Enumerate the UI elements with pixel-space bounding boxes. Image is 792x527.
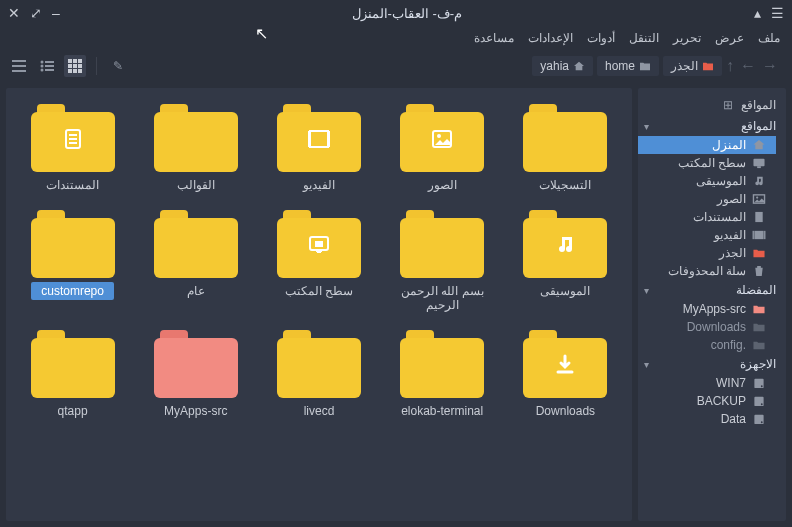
sidebar-item[interactable]: MyApps-src [638, 300, 776, 318]
svg-rect-10 [73, 59, 77, 63]
sidebar-item[interactable]: config. [638, 336, 776, 354]
titlebar: ✕ ⤢ – م-ف- العقاب-المنزل ▴ ☰ [0, 0, 792, 26]
folder-icon [400, 330, 484, 398]
menu-view[interactable]: عرض [715, 31, 744, 45]
sidebar-item-label: سطح المكتب [642, 156, 746, 170]
folder-label: التسجيلات [529, 176, 601, 194]
menu-tools[interactable]: أدوات [587, 31, 615, 45]
breadcrumb-root[interactable]: الجذر [663, 56, 722, 76]
folder-item[interactable]: الموسيقى [507, 206, 624, 318]
sidebar-item[interactable]: الصور [638, 190, 776, 208]
folder-icon [277, 104, 361, 172]
view-grid-icon[interactable] [64, 55, 86, 77]
svg-point-29 [761, 403, 763, 405]
folder-item[interactable]: Downloads [507, 326, 624, 424]
folder-overlay-icon [60, 126, 86, 159]
folder-item[interactable]: سطح المكتب [260, 206, 377, 318]
menu-settings[interactable]: الإعدادات [528, 31, 573, 45]
folder-icon [523, 330, 607, 398]
menu-go[interactable]: التنقل [629, 31, 659, 45]
sidebar: المواقع ⊞ المواقع▾المنزلسطح المكتبالموسي… [638, 88, 786, 521]
sidebar-item[interactable]: الجذر [638, 244, 776, 262]
menu-file[interactable]: ملف [758, 31, 780, 45]
sidebar-item-label: سلة المحذوفات [642, 264, 746, 278]
folder-icon [400, 210, 484, 278]
sidebar-item[interactable]: BACKUP [638, 392, 776, 410]
sidebar-item[interactable]: Downloads [638, 318, 776, 336]
folder-item[interactable]: التسجيلات [507, 100, 624, 198]
folder-overlay-icon [552, 232, 578, 265]
sidebar-grid-icon[interactable]: ⊞ [723, 98, 733, 112]
folder-label: المستندات [36, 176, 109, 194]
sidebar-item-label: config. [642, 338, 746, 352]
svg-rect-6 [45, 65, 54, 67]
svg-rect-0 [12, 60, 26, 62]
view-details-icon[interactable] [8, 55, 30, 77]
folder-label: qtapp [43, 402, 103, 420]
folder-item[interactable]: customrepo [14, 206, 131, 318]
folder-label: الفيديو [289, 176, 349, 194]
folder-icon [154, 210, 238, 278]
nav-up-icon[interactable]: ↑ [726, 57, 734, 75]
folder-item[interactable]: المستندات [14, 100, 131, 198]
svg-rect-24 [753, 231, 754, 239]
sidebar-item[interactable]: سطح المكتب [638, 154, 776, 172]
folder-label: بسم الله الرحمن الرحيم [384, 282, 501, 314]
toolbar: ✎ الجذر home yahia ↑ ← → [0, 50, 792, 82]
menu-edit[interactable]: تحرير [673, 31, 701, 45]
sidebar-item-label: الصور [642, 192, 746, 206]
folder-icon [277, 210, 361, 278]
folder-label: customrepo [31, 282, 114, 300]
sidebar-group-title[interactable]: المفضلة▾ [638, 280, 786, 300]
folder-overlay-icon [552, 352, 578, 385]
maximize-icon[interactable]: ⤢ [30, 6, 42, 20]
menu-help[interactable]: مساعدة [474, 31, 514, 45]
folder-icon [702, 61, 714, 71]
folder-icon [639, 61, 651, 71]
folder-label: livecd [289, 402, 349, 420]
folder-item[interactable]: livecd [260, 326, 377, 424]
sidebar-item-label: الموسيقى [642, 174, 746, 188]
svg-rect-4 [45, 61, 54, 63]
nav-back-icon[interactable]: ← [740, 57, 756, 75]
sidebar-item[interactable]: WIN7 [638, 374, 776, 392]
svg-rect-12 [68, 64, 72, 68]
sidebar-group-title[interactable]: الاجهزة▾ [638, 354, 786, 374]
svg-rect-38 [328, 131, 330, 147]
view-list-icon[interactable] [36, 55, 58, 77]
pin-icon[interactable]: ▴ [754, 6, 761, 20]
folder-icon [154, 330, 238, 398]
sidebar-item-label: الجذر [642, 246, 746, 260]
svg-rect-2 [12, 70, 26, 72]
sidebar-item[interactable]: المستندات [638, 208, 776, 226]
minimize-icon[interactable]: – [52, 6, 60, 20]
sidebar-item-label: المنزل [642, 138, 746, 152]
folder-item[interactable]: بسم الله الرحمن الرحيم [384, 206, 501, 318]
sidebar-item[interactable]: الفيديو [638, 226, 776, 244]
sidebar-item[interactable]: سلة المحذوفات [638, 262, 776, 280]
breadcrumb-home[interactable]: home [597, 56, 659, 76]
menu-icon[interactable]: ☰ [771, 6, 784, 20]
sidebar-group-title[interactable]: المواقع▾ [638, 116, 786, 136]
breadcrumb-user[interactable]: yahia [532, 56, 593, 76]
breadcrumb-home-label: home [605, 59, 635, 73]
folder-item[interactable]: MyApps-src [137, 326, 254, 424]
svg-rect-37 [308, 131, 310, 147]
svg-point-27 [761, 385, 763, 387]
svg-point-40 [437, 134, 441, 138]
nav-forward-icon[interactable]: → [762, 57, 778, 75]
sidebar-item-label: Data [642, 412, 746, 426]
sidebar-item[interactable]: الموسيقى [638, 172, 776, 190]
edit-icon[interactable]: ✎ [107, 55, 129, 77]
svg-point-31 [761, 421, 763, 423]
sidebar-item[interactable]: Data [638, 410, 776, 428]
folder-item[interactable]: القوالب [137, 100, 254, 198]
folder-item[interactable]: الفيديو [260, 100, 377, 198]
close-icon[interactable]: ✕ [8, 6, 20, 20]
sidebar-item[interactable]: المنزل [638, 136, 776, 154]
folder-item[interactable]: عام [137, 206, 254, 318]
folder-item[interactable]: elokab-terminal [384, 326, 501, 424]
folder-item[interactable]: الصور [384, 100, 501, 198]
breadcrumb-user-label: yahia [540, 59, 569, 73]
folder-item[interactable]: qtapp [14, 326, 131, 424]
